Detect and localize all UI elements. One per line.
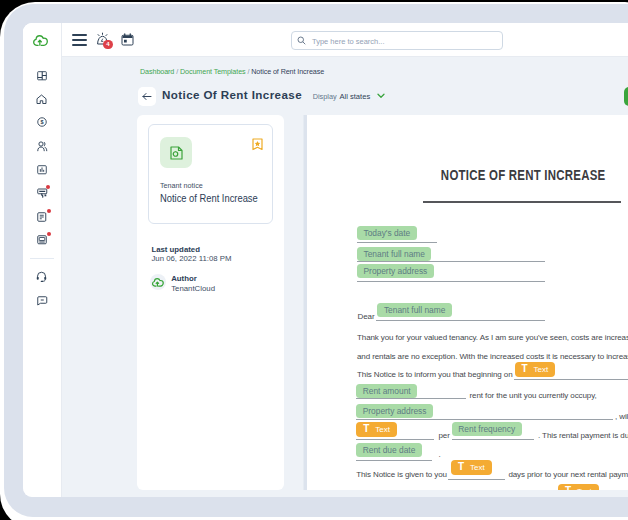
svg-text:$: $ (40, 119, 43, 125)
